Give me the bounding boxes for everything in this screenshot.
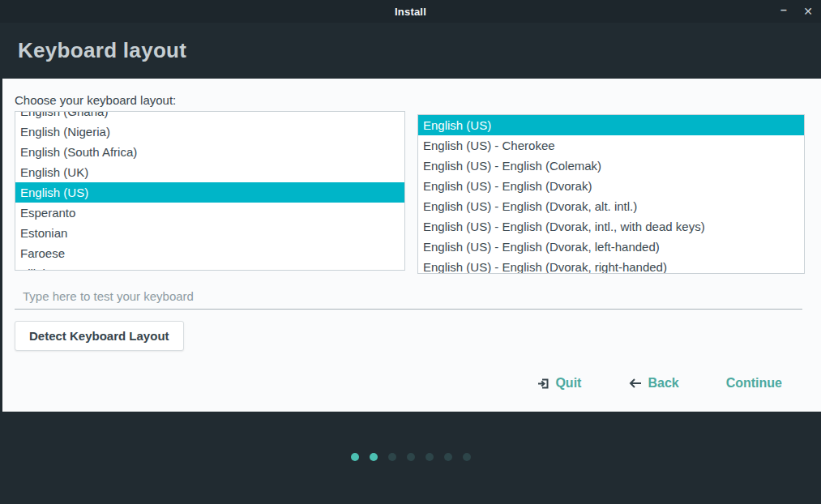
progress-dot <box>463 453 471 461</box>
continue-label: Continue <box>726 376 782 391</box>
detect-keyboard-layout-button[interactable]: Detect Keyboard Layout <box>15 321 184 351</box>
variant-option[interactable]: English (US) - English (Dvorak, left-han… <box>418 237 804 257</box>
back-label: Back <box>648 376 678 391</box>
quit-button[interactable]: Quit <box>537 376 581 391</box>
progress-dots <box>351 453 471 461</box>
variant-option[interactable]: English (US) - English (Dvorak, intl., w… <box>418 216 804 237</box>
layout-listbox[interactable]: English (Ghana)English (Nigeria)English … <box>15 111 405 271</box>
quit-label: Quit <box>555 376 581 391</box>
layout-option[interactable]: English (Nigeria) <box>15 122 404 142</box>
variant-option[interactable]: English (US) - English (Dvorak) <box>418 176 804 196</box>
wizard-actions: Quit Back Continue <box>537 376 782 391</box>
progress-dot <box>388 453 396 461</box>
content-panel: Choose your keyboard layout: English (Gh… <box>0 79 821 412</box>
window-controls: – ✕ <box>777 0 815 23</box>
variant-option[interactable]: English (US) - English (Colemak) <box>418 156 804 176</box>
footer <box>0 412 821 504</box>
page-header: Keyboard layout <box>0 23 821 79</box>
layout-option[interactable]: English (Ghana) <box>15 111 404 122</box>
close-icon[interactable]: ✕ <box>802 5 815 18</box>
page-title: Keyboard layout <box>18 38 186 63</box>
variant-option[interactable]: English (US) <box>418 115 804 135</box>
layout-option[interactable]: English (US) <box>15 182 404 203</box>
back-arrow-icon <box>628 378 643 389</box>
variant-listbox[interactable]: English (US)English (US) - CherokeeEngli… <box>417 114 805 274</box>
minimize-icon[interactable]: – <box>777 3 790 16</box>
back-button[interactable]: Back <box>628 376 678 391</box>
layout-option[interactable]: Filipino <box>15 263 404 271</box>
variant-option[interactable]: English (US) - English (Dvorak, alt. int… <box>418 196 804 216</box>
continue-button[interactable]: Continue <box>726 376 782 391</box>
titlebar: Install – ✕ <box>0 0 821 23</box>
layout-option[interactable]: Faroese <box>15 243 404 263</box>
layout-option[interactable]: Estonian <box>15 223 404 243</box>
keyboard-test-input[interactable] <box>15 283 802 310</box>
progress-dot <box>407 453 415 461</box>
progress-dot <box>351 453 359 461</box>
keyboard-lists: English (Ghana)English (Nigeria)English … <box>15 111 805 274</box>
keyboard-layout-prompt: Choose your keyboard layout: <box>15 79 805 107</box>
progress-dot <box>425 453 434 461</box>
quit-exit-icon <box>537 377 550 391</box>
progress-dot <box>444 453 452 461</box>
progress-dot <box>370 453 378 461</box>
variant-option[interactable]: English (US) - English (Dvorak, right-ha… <box>418 257 804 274</box>
layout-option[interactable]: Esperanto <box>15 203 404 223</box>
layout-option[interactable]: English (South Africa) <box>15 142 404 162</box>
layout-option[interactable]: English (UK) <box>15 162 404 182</box>
variant-option[interactable]: English (US) - Cherokee <box>418 135 804 156</box>
window-title: Install <box>395 6 426 18</box>
